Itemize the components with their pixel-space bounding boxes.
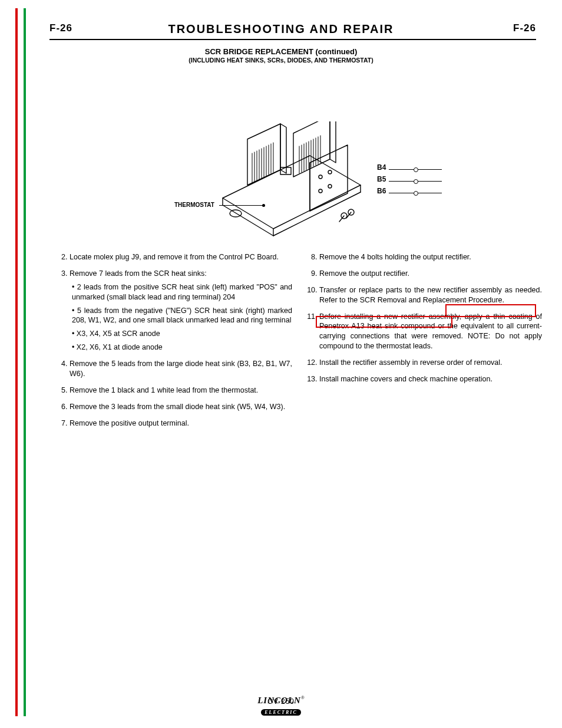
step-3: Remove 7 leads from the SCR heat sinks: … <box>70 269 292 353</box>
lead-line-icon <box>389 181 442 182</box>
figure-subtitle: (INCLUDING HEAT SINKS, SCRs, DIODES, AND… <box>0 57 562 64</box>
link-box[interactable] <box>445 304 536 317</box>
svg-marker-9 <box>330 121 336 163</box>
step-2: Locate molex plug J9, and remove it from… <box>70 252 292 262</box>
lead-line-icon <box>389 169 442 170</box>
step-4: Remove the 5 leads from the large diode … <box>70 359 292 379</box>
page-number-right: F-26 <box>513 22 536 34</box>
svg-point-33 <box>328 170 332 174</box>
svg-point-32 <box>319 175 322 179</box>
step-12: Install the rectifier assembly in revers… <box>319 358 542 368</box>
lead-b6: B6 <box>377 185 386 197</box>
step-7: Remove the positive output terminal. <box>70 419 292 429</box>
page-title: TROUBLESHOOTING AND REPAIR <box>0 22 562 36</box>
step-3b: • 5 leads from the negative ("NEG") SCR … <box>72 306 292 326</box>
thermostat-callout-line <box>219 205 264 206</box>
svg-point-34 <box>319 189 322 193</box>
lincoln-electric-logo: LINCOLN® ELECTRIC <box>0 695 562 716</box>
thermostat-label: THERMOSTAT <box>174 202 214 208</box>
svg-line-4 <box>223 205 273 236</box>
svg-marker-8 <box>293 121 330 177</box>
lead-labels: B4 B5 B6 <box>377 162 386 197</box>
procedure-column-left: Locate molex plug J9, and remove it from… <box>57 252 292 434</box>
step-3c: • X3, X4, X5 at SCR anode <box>72 329 292 339</box>
rectifier-diagram <box>222 121 363 239</box>
step-5: Remove the 1 black and 1 white lead from… <box>70 386 292 396</box>
figure-title: SCR BRIDGE REPLACEMENT (continued) <box>0 47 562 56</box>
lead-b4: B4 <box>377 162 386 173</box>
svg-point-35 <box>328 185 332 188</box>
step-3a: • 2 leads from the positive SCR heat sin… <box>72 282 292 302</box>
svg-line-5 <box>273 192 361 236</box>
lead-b5: B5 <box>377 173 386 185</box>
lead-line-icon <box>389 193 442 193</box>
step-10: Transfer or replace parts to the new rec… <box>319 285 542 305</box>
step-6: Remove the 3 leads from the small diode … <box>70 402 292 412</box>
step-13: Install machine covers and check machine… <box>319 374 542 384</box>
svg-marker-7 <box>280 124 286 173</box>
step-8: Remove the 4 bolts holding the output re… <box>319 252 542 262</box>
step-3d: • X2, X6, X1 at diode anode <box>72 342 292 353</box>
step-9: Remove the output rectifier. <box>319 269 542 279</box>
link-box[interactable] <box>316 316 452 328</box>
